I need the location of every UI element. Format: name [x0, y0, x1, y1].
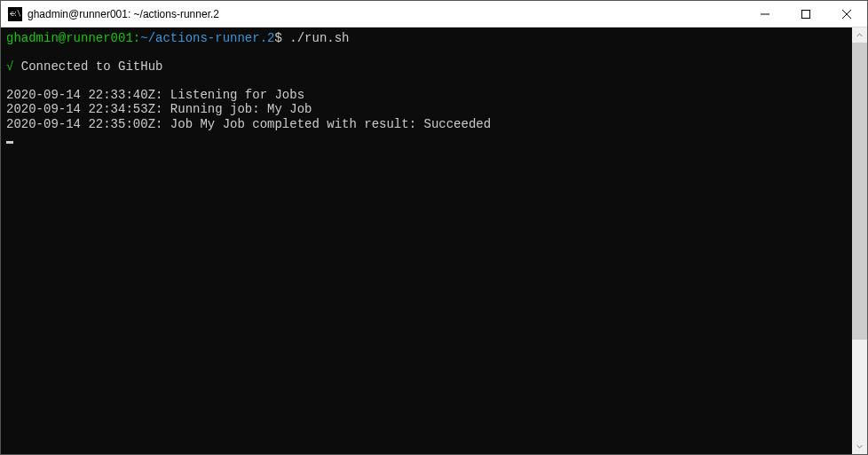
scroll-down-button[interactable] [852, 439, 867, 454]
prompt-path: ~/actions-runner.2 [140, 31, 274, 45]
prompt-colon: : [133, 31, 140, 45]
chevron-down-icon [856, 443, 863, 450]
log-line: 2020-09-14 22:35:00Z: Job My Job complet… [6, 117, 491, 131]
connected-text: Connected to GitHub [13, 59, 162, 74]
close-button[interactable] [826, 1, 867, 27]
terminal-window: c:\ ghadmin@runner001: ~/actions-runner.… [0, 0, 868, 455]
window-controls [745, 1, 867, 27]
chevron-up-icon [856, 32, 863, 38]
scroll-up-button[interactable] [852, 27, 867, 43]
minimize-icon [761, 10, 769, 19]
svg-rect-1 [802, 10, 810, 18]
maximize-button[interactable] [785, 1, 826, 27]
vertical-scrollbar[interactable] [852, 27, 867, 454]
terminal-cursor [6, 141, 13, 144]
window-title: ghadmin@runner001: ~/actions-runner.2 [28, 8, 745, 20]
close-icon [842, 10, 851, 19]
prompt-user-host: ghadmin@runner001 [6, 31, 133, 45]
log-line: 2020-09-14 22:33:40Z: Listening for Jobs [6, 88, 304, 102]
blank-line [6, 74, 847, 88]
terminal-output[interactable]: ghadmin@runner001:~/actions-runner.2$ ./… [1, 27, 852, 454]
scroll-thumb[interactable] [852, 43, 867, 340]
command-text: ./run.sh [289, 31, 349, 45]
terminal-container: ghadmin@runner001:~/actions-runner.2$ ./… [1, 27, 867, 454]
titlebar[interactable]: c:\ ghadmin@runner001: ~/actions-runner.… [1, 1, 867, 27]
maximize-icon [801, 10, 810, 19]
terminal-app-icon: c:\ [8, 7, 22, 21]
minimize-button[interactable] [745, 1, 785, 27]
blank-line [6, 45, 847, 59]
scroll-track[interactable] [852, 43, 867, 439]
prompt-symbol: $ [274, 31, 281, 45]
log-line: 2020-09-14 22:34:53Z: Running job: My Jo… [6, 102, 312, 116]
